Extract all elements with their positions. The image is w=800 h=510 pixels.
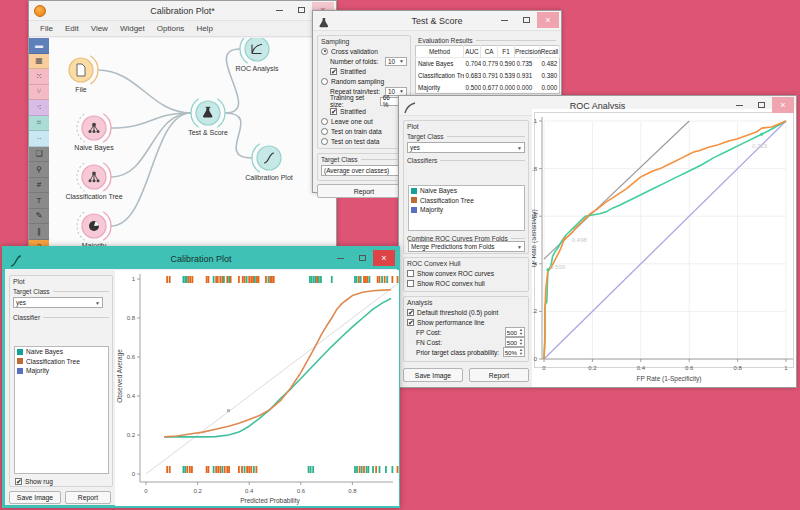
hash-icon[interactable]: #	[29, 178, 49, 194]
list-item-naive-bayes[interactable]: Naive Bayes	[409, 186, 524, 196]
node-majority[interactable]: Majority	[77, 212, 111, 250]
radio-icon	[321, 128, 328, 135]
workflow-canvas[interactable]: FileNaive BayesClassification TreeMajori…	[49, 38, 336, 269]
show-rug-checkbox[interactable]: Show rug	[12, 476, 56, 486]
target-class-label: Target Class	[10, 286, 112, 296]
checkbox-stratified[interactable]: Stratified	[318, 66, 410, 76]
radio-random-sampling[interactable]: Random sampling	[318, 76, 410, 86]
report-button[interactable]: Report	[469, 368, 529, 382]
checkbox-show-roc-convex-hull[interactable]: Show ROC convex hull	[404, 278, 528, 288]
sampling-groupbox: Sampling Cross validationNumber of folds…	[317, 35, 411, 149]
close-button[interactable]: ×	[537, 12, 559, 28]
node-classification-tree[interactable]: Classification Tree	[65, 163, 122, 200]
calibration-plot[interactable]: 000.20.20.40.40.60.60.80.811Predicted Pr…	[115, 270, 399, 506]
maximize-button[interactable]	[351, 250, 373, 266]
node-test-score[interactable]: Test & Score	[188, 99, 228, 136]
main-titlebar[interactable]: Calibration Plot* ×	[29, 1, 336, 21]
spin-prior-target-class-probability[interactable]: Prior target class probability:50%▲▼	[404, 347, 528, 357]
data-table-icon[interactable]: ▦	[29, 54, 49, 70]
calibration-titlebar[interactable]: Calibration Plot ×	[5, 249, 397, 269]
target-class-dropdown[interactable]: (Average over classes)▼	[321, 165, 407, 176]
checkbox-default-threshold-0-5-point[interactable]: Default threshold (0.5) point	[404, 307, 528, 317]
minimize-button[interactable]	[728, 97, 750, 113]
menu-file[interactable]: File	[35, 22, 58, 35]
checkbox-show-convex-roc-curves[interactable]: Show convex ROC curves	[404, 268, 528, 278]
scatter-plot-icon[interactable]: ⁙	[29, 69, 49, 85]
target-class-dropdown[interactable]: yes▼	[13, 297, 103, 308]
maximize-button[interactable]	[515, 12, 537, 28]
save-image-button[interactable]: Save Image	[403, 368, 463, 382]
edge-test-score-to-calibration-plot[interactable]	[225, 113, 252, 158]
edge-majority-to-test-score[interactable]	[111, 113, 191, 226]
classifiers-listbox[interactable]: Naive BayesClassification TreeMajority	[408, 185, 525, 231]
close-button[interactable]: ×	[373, 250, 395, 266]
radio-test-on-train-data[interactable]: Test on train data	[318, 126, 410, 136]
spinbox[interactable]: 500▲▼	[505, 337, 525, 347]
report-button[interactable]: Report	[317, 184, 411, 198]
distributions-icon[interactable]: ⁖	[29, 100, 49, 116]
list-item-majority[interactable]: Majority	[15, 366, 108, 376]
maximize-button[interactable]	[750, 97, 772, 113]
menu-view[interactable]: View	[86, 22, 113, 35]
save-image-button[interactable]: Save Image	[9, 491, 61, 504]
node-calibration-plot[interactable]: Calibration Plot	[245, 144, 293, 181]
dot-plot-icon[interactable]: ∙∙	[29, 131, 49, 147]
svg-text:0.8: 0.8	[127, 315, 136, 321]
edge-file-to-test-score[interactable]	[98, 70, 191, 113]
col-recall[interactable]: Recall	[540, 46, 560, 58]
spinbox[interactable]: 50%▲▼	[503, 347, 525, 357]
target-class-dropdown[interactable]: yes▼	[407, 142, 525, 153]
node-naive-bayes[interactable]: Naive Bayes	[74, 114, 114, 152]
minimize-button[interactable]	[329, 250, 351, 266]
checkbox-stratified[interactable]: Stratified	[318, 106, 410, 116]
pause-icon[interactable]: ∥	[29, 224, 49, 240]
minimize-button[interactable]	[268, 2, 290, 18]
orange-app-icon	[34, 5, 46, 17]
tree-viewer-icon[interactable]: ⑂	[29, 85, 49, 101]
spinbox[interactable]: 500▲▼	[505, 327, 525, 337]
close-button[interactable]: ×	[772, 97, 794, 113]
col-ca[interactable]: CA	[481, 46, 498, 58]
maximize-button[interactable]	[290, 2, 312, 18]
sieve-diagram-icon[interactable]: ⌗	[29, 116, 49, 132]
node-roc-analysis[interactable]: ROC Analysis	[235, 38, 279, 73]
list-item-majority[interactable]: Majority	[409, 205, 524, 215]
roc-plot[interactable]: 000.20.20.40.40.60.60.80.8110.3230.4980.…	[532, 109, 796, 387]
menu-edit[interactable]: Edit	[60, 22, 84, 35]
list-item-classification-tree[interactable]: Classification Tree	[409, 196, 524, 206]
report-button[interactable]: Report	[65, 491, 111, 504]
pen-tool-icon[interactable]: ✎	[29, 209, 49, 225]
menu-widget[interactable]: Widget	[115, 22, 150, 35]
field-training-set-size[interactable]: Training set size:66 %▼	[318, 96, 410, 106]
widget-tab-icon[interactable]: ▬	[29, 38, 49, 54]
flask-icon	[318, 15, 330, 27]
radio-leave-one-out[interactable]: Leave one out	[318, 116, 410, 126]
classifier-listbox[interactable]: Naive BayesClassification TreeMajority	[14, 346, 109, 474]
classifier-label: Classifier	[10, 312, 112, 322]
list-item-classification-tree[interactable]: Classification Tree	[15, 357, 108, 367]
text-tool-icon[interactable]: T	[29, 193, 49, 209]
document-icon[interactable]: ❏	[29, 147, 49, 163]
menu-options[interactable]: Options	[152, 22, 190, 35]
radio-cross-validation[interactable]: Cross validation	[318, 46, 410, 56]
col-auc[interactable]: AUC	[464, 46, 481, 58]
radio-test-on-test-data[interactable]: Test on test data	[318, 136, 410, 146]
field-number-of-folds[interactable]: Number of folds:10▼	[318, 56, 410, 66]
test-score-titlebar[interactable]: Test & Score ×	[313, 11, 561, 31]
dropdown-number-of-folds[interactable]: 10▼	[385, 57, 407, 66]
magnifier-icon[interactable]: ⚲	[29, 162, 49, 178]
spin-fp-cost[interactable]: FP Cost:500▲▼	[404, 327, 528, 337]
node-file[interactable]: File	[69, 56, 98, 93]
checkbox-show-performance-line[interactable]: Show performance line	[404, 317, 528, 327]
minimize-button[interactable]	[493, 12, 515, 28]
evaluation-results-table[interactable]: Method AUC CA F1 Precision Recall Naive …	[415, 45, 560, 94]
col-precision[interactable]: Precision	[515, 46, 540, 58]
col-f1[interactable]: F1	[498, 46, 515, 58]
col-method[interactable]: Method	[416, 46, 464, 58]
combine-dropdown[interactable]: Merge Predictions from Folds▼	[408, 241, 525, 252]
menu-help[interactable]: Help	[191, 22, 217, 35]
spin-fn-cost[interactable]: FN Cost:500▲▼	[404, 337, 528, 347]
list-item-naive-bayes[interactable]: Naive Bayes	[15, 347, 108, 357]
edge-test-score-to-roc-analysis[interactable]	[225, 49, 240, 113]
color-swatch	[17, 358, 23, 364]
